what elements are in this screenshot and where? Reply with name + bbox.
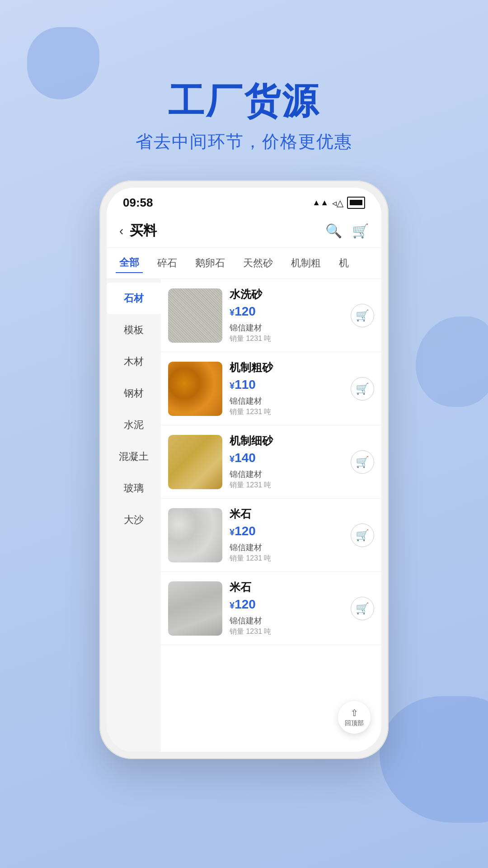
product-price-3: ¥140 <box>230 451 343 465</box>
sub-title: 省去中间环节，价格更优惠 <box>0 130 488 153</box>
wifi-icon: ◃△ <box>332 198 343 208</box>
sidebar-item-steel[interactable]: 钢材 <box>107 377 161 409</box>
product-info-4: 米石 ¥120 锦信建材 销量 1231 吨 <box>230 507 343 563</box>
product-list: 水洗砂 ¥120 锦信建材 销量 1231 吨 🛒 机制粗砂 ¥110 <box>161 279 381 752</box>
product-info-5: 米石 ¥120 锦信建材 销量 1231 吨 <box>230 580 343 637</box>
tab-all[interactable]: 全部 <box>116 253 143 273</box>
seller-name-2: 锦信建材 <box>230 396 343 406</box>
phone-wrapper: 09:58 ▲▲ ◃△ ‹ 买料 🔍 🛒 <box>0 180 488 759</box>
tab-more[interactable]: 机 <box>335 254 352 273</box>
sidebar-item-stone[interactable]: 石材 <box>107 283 161 314</box>
seller-name-4: 锦信建材 <box>230 542 343 553</box>
product-price-1: ¥120 <box>230 304 343 319</box>
content-area: 石材 模板 木材 钢材 水泥 混凝土 玻璃 大沙 水洗砂 <box>107 279 381 752</box>
product-info-3: 机制细砂 ¥140 锦信建材 销量 1231 吨 <box>230 434 343 490</box>
sales-info-1: 销量 1231 吨 <box>230 334 343 344</box>
seller-name-1: 锦信建材 <box>230 322 343 333</box>
sidebar-item-wood[interactable]: 木材 <box>107 346 161 377</box>
product-price-2: ¥110 <box>230 377 343 392</box>
sales-info-2: 销量 1231 吨 <box>230 407 343 417</box>
blob-decoration-bottom-right <box>380 696 488 823</box>
sales-info-4: 销量 1231 吨 <box>230 554 343 563</box>
product-image-1 <box>168 288 222 343</box>
product-item-2[interactable]: 机制粗砂 ¥110 锦信建材 销量 1231 吨 🛒 <box>161 352 381 425</box>
product-name-1: 水洗砂 <box>230 287 343 302</box>
sales-info-5: 销量 1231 吨 <box>230 627 343 637</box>
status-icons: ▲▲ ◃△ <box>312 197 365 209</box>
product-item-3[interactable]: 机制细砂 ¥140 锦信建材 销量 1231 吨 🛒 <box>161 425 381 499</box>
product-image-3 <box>168 435 222 489</box>
product-info-2: 机制粗砂 ¥110 锦信建材 销量 1231 吨 <box>230 360 343 417</box>
product-image-5 <box>168 581 222 636</box>
signal-icon: ▲▲ <box>312 198 328 208</box>
product-image-2 <box>168 362 222 416</box>
add-to-cart-5[interactable]: 🛒 <box>351 597 374 620</box>
back-to-top-label: 回顶部 <box>345 719 364 727</box>
sidebar-item-sand[interactable]: 大沙 <box>107 504 161 536</box>
product-item-1[interactable]: 水洗砂 ¥120 锦信建材 销量 1231 吨 🛒 <box>161 279 381 352</box>
tab-pebble[interactable]: 鹅卵石 <box>192 254 229 273</box>
sidebar: 石材 模板 木材 钢材 水泥 混凝土 玻璃 大沙 <box>107 279 161 752</box>
phone-mockup: 09:58 ▲▲ ◃△ ‹ 买料 🔍 🛒 <box>99 180 389 759</box>
status-time: 09:58 <box>123 196 153 210</box>
product-name-5: 米石 <box>230 580 343 594</box>
category-tabs: 全部 碎石 鹅卵石 天然砂 机制粗 机 <box>107 248 381 279</box>
add-to-cart-3[interactable]: 🛒 <box>351 450 374 474</box>
product-info-1: 水洗砂 ¥120 锦信建材 销量 1231 吨 <box>230 287 343 344</box>
nav-right: 🔍 🛒 <box>325 223 369 239</box>
back-to-top-button[interactable]: ⇧ 回顶部 <box>338 701 371 734</box>
add-to-cart-4[interactable]: 🛒 <box>351 524 374 547</box>
phone-screen: 09:58 ▲▲ ◃△ ‹ 买料 🔍 🛒 <box>107 188 381 752</box>
product-item-4[interactable]: 米石 ¥120 锦信建材 销量 1231 吨 🛒 <box>161 499 381 572</box>
add-to-cart-1[interactable]: 🛒 <box>351 304 374 327</box>
sidebar-item-template[interactable]: 模板 <box>107 314 161 346</box>
tab-natural-sand[interactable]: 天然砂 <box>239 254 277 273</box>
status-bar: 09:58 ▲▲ ◃△ <box>107 188 381 214</box>
product-price-4: ¥120 <box>230 524 343 538</box>
product-name-3: 机制细砂 <box>230 434 343 448</box>
tab-machine-coarse[interactable]: 机制粗 <box>287 254 324 273</box>
cart-button[interactable]: 🛒 <box>352 223 369 239</box>
product-price-5: ¥120 <box>230 597 343 612</box>
nav-bar: ‹ 买料 🔍 🛒 <box>107 214 381 248</box>
tab-crushed-stone[interactable]: 碎石 <box>154 254 181 273</box>
product-item-5[interactable]: 米石 ¥120 锦信建材 销量 1231 吨 🛒 <box>161 572 381 645</box>
product-name-2: 机制粗砂 <box>230 360 343 375</box>
sidebar-item-cement[interactable]: 水泥 <box>107 409 161 441</box>
sales-info-3: 销量 1231 吨 <box>230 481 343 490</box>
product-image-4 <box>168 508 222 562</box>
product-name-4: 米石 <box>230 507 343 521</box>
search-button[interactable]: 🔍 <box>325 223 342 239</box>
sidebar-item-glass[interactable]: 玻璃 <box>107 472 161 504</box>
seller-name-5: 锦信建材 <box>230 615 343 626</box>
nav-title: 买料 <box>130 222 157 240</box>
nav-left: ‹ 买料 <box>119 222 157 240</box>
seller-name-3: 锦信建材 <box>230 469 343 480</box>
sidebar-item-concrete[interactable]: 混凝土 <box>107 441 161 472</box>
back-to-top-arrow-icon: ⇧ <box>351 708 358 718</box>
add-to-cart-2[interactable]: 🛒 <box>351 377 374 401</box>
back-button[interactable]: ‹ <box>119 224 123 238</box>
battery-icon <box>347 197 365 209</box>
